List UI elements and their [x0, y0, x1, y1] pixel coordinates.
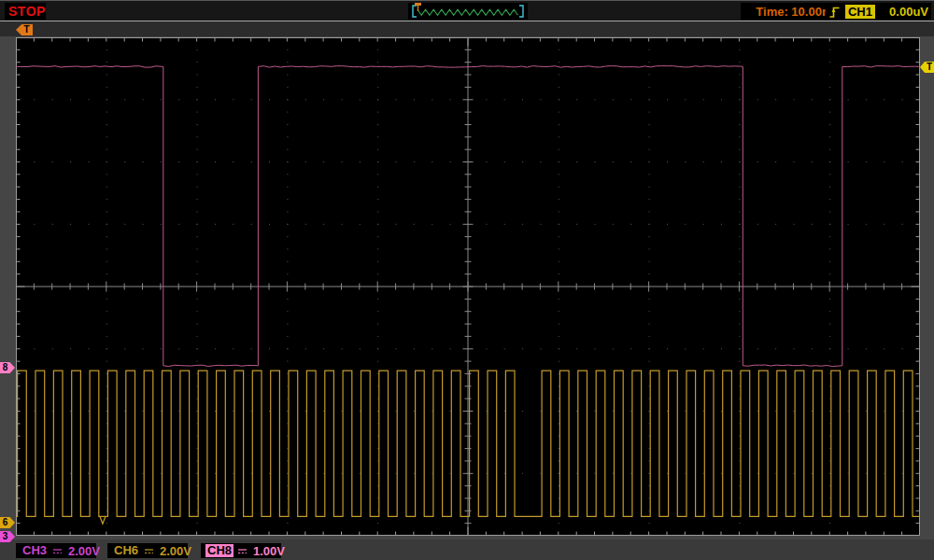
trigger-level-marker[interactable]: T [920, 62, 934, 73]
channel-readout-ch6[interactable]: CH6 2.00V [107, 543, 188, 558]
channel-scale: 2.00V [68, 544, 100, 558]
waveform-preview [408, 3, 528, 20]
status-bar: STOP Time: 10.00ms CH1 0.00uV [0, 0, 934, 21]
rising-edge-icon [828, 4, 841, 20]
scope-plot [16, 37, 920, 536]
channel-readout-ch3[interactable]: CH3 2.00V [16, 543, 96, 558]
channel-label: CH6 [112, 544, 140, 557]
channel-readout-ch8[interactable]: CH8 1.00V [201, 543, 281, 558]
acquisition-status: STOP [5, 3, 46, 20]
dc-coupling-icon [144, 547, 154, 555]
dc-coupling-icon [237, 547, 248, 555]
trigger-source-badge: CH1 [845, 5, 875, 19]
channel-scale: 1.00V [253, 544, 285, 558]
trigger-readout: CH1 0.00uV [826, 3, 931, 20]
channel-ground-marker[interactable]: 8 [0, 362, 15, 373]
channel-bar: CH3 2.00V CH6 2.00V CH8 1.00V [0, 539, 934, 560]
oscilloscope-screen: { "header": { "acquisition_status": "STO… [0, 0, 934, 560]
top-strip [0, 21, 934, 36]
channel-label: CH3 [21, 544, 49, 557]
channel-ground-marker[interactable]: 6 [0, 517, 15, 528]
display-area: T T 8 6 3 [0, 21, 934, 539]
graticule [16, 37, 920, 536]
channel-scale: 2.00V [160, 544, 191, 558]
preview-wave-icon [408, 3, 528, 20]
dc-coupling-icon [52, 547, 63, 555]
trigger-level-readout: 0.00uV [880, 5, 928, 19]
channel-label: CH8 [205, 544, 234, 557]
